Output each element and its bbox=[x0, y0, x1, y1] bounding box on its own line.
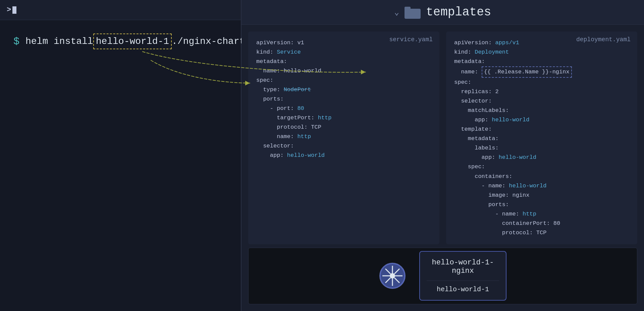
yaml-line: app: hello-world bbox=[256, 151, 431, 160]
yaml-line: name: hello-world bbox=[256, 66, 431, 76]
yaml-line: containers: bbox=[454, 172, 629, 181]
svg-rect-1 bbox=[405, 7, 411, 10]
yaml-line: protocol: TCP bbox=[256, 123, 431, 132]
yaml-line: metadata: bbox=[256, 57, 431, 66]
yaml-line: type: NodePort bbox=[256, 85, 431, 95]
yaml-line: template: bbox=[454, 125, 629, 134]
yaml-line: kind: Deployment bbox=[454, 48, 629, 57]
terminal-body: $ helm install hello-world-1 ./nginx-cha… bbox=[0, 20, 241, 63]
yaml-line: ports: bbox=[256, 95, 431, 104]
deployment-yaml-filename: deployment.yaml bbox=[576, 36, 631, 43]
terminal-header: > bbox=[0, 0, 241, 20]
yaml-line: app: hello-world bbox=[454, 115, 629, 125]
yaml-line: spec: bbox=[454, 78, 629, 87]
terminal-header-prompt: > bbox=[7, 6, 11, 14]
yaml-line: name: http bbox=[256, 132, 431, 141]
yaml-line: matchLabels: bbox=[454, 106, 629, 115]
folder-icon bbox=[405, 5, 421, 19]
yaml-line: metadata: bbox=[454, 134, 629, 143]
svg-rect-0 bbox=[405, 9, 421, 19]
service-yaml-content: apiVersion: v1 kind: Service metadata: n… bbox=[256, 38, 431, 161]
deployment-result-panel: hello-world-1-nginx hello-world-1 bbox=[248, 248, 637, 304]
yaml-line: replicas: 2 bbox=[454, 87, 629, 97]
yaml-line: ports: bbox=[454, 200, 629, 209]
yaml-line: name: {{ .Release.Name }}-nginx bbox=[454, 66, 629, 78]
terminal-panel: > $ helm install hello-world-1 ./nginx-c… bbox=[0, 0, 241, 311]
templates-header: ⌄ templates bbox=[241, 0, 644, 25]
cmd-release-name: hello-world-1 bbox=[93, 34, 172, 49]
yaml-line: metadata: bbox=[454, 57, 629, 66]
terminal-command-line: $ helm install hello-world-1 ./nginx-cha… bbox=[13, 34, 227, 49]
yaml-line: labels: bbox=[454, 143, 629, 153]
yaml-line: containerPort: 80 bbox=[454, 219, 629, 228]
yaml-line: selector: bbox=[256, 141, 431, 151]
templates-title: templates bbox=[426, 5, 491, 19]
deployment-card: hello-world-1-nginx hello-world-1 bbox=[419, 251, 506, 301]
yaml-line: - name: hello-world bbox=[454, 181, 629, 191]
deployment-app-name: hello-world-1-nginx bbox=[427, 258, 499, 275]
terminal-cursor bbox=[12, 6, 16, 14]
chevron-down-icon: ⌄ bbox=[394, 7, 399, 17]
svg-point-3 bbox=[390, 273, 395, 278]
yaml-line: selector: bbox=[454, 97, 629, 106]
yaml-line: targetPort: http bbox=[256, 113, 431, 123]
deployment-release-name: hello-world-1 bbox=[427, 281, 499, 293]
kubernetes-icon bbox=[379, 262, 406, 289]
yaml-line: image: nginx bbox=[454, 191, 629, 200]
yaml-panels: service.yaml apiVersion: v1 kind: Servic… bbox=[241, 25, 644, 248]
yaml-line: spec: bbox=[256, 76, 431, 85]
deployment-yaml-card: deployment.yaml apiVersion: apps/v1 kind… bbox=[446, 32, 637, 244]
yaml-line: - name: http bbox=[454, 209, 629, 219]
yaml-line: kind: Service bbox=[256, 48, 431, 57]
yaml-line: protocol: TCP bbox=[454, 228, 629, 238]
yaml-line: app: hello-world bbox=[454, 153, 629, 162]
terminal-dollar: $ bbox=[13, 35, 19, 49]
right-panel: ⌄ templates service.yaml apiVersion: v1 … bbox=[241, 0, 644, 311]
yaml-line: - port: 80 bbox=[256, 104, 431, 113]
cmd-helm-install: helm install bbox=[25, 35, 93, 48]
yaml-line: spec: bbox=[454, 162, 629, 172]
service-yaml-card: service.yaml apiVersion: v1 kind: Servic… bbox=[248, 32, 439, 244]
service-yaml-filename: service.yaml bbox=[389, 36, 433, 43]
cmd-chart-path: ./nginx-chart bbox=[172, 35, 245, 48]
deployment-yaml-content: apiVersion: apps/v1 kind: Deployment met… bbox=[454, 38, 629, 238]
